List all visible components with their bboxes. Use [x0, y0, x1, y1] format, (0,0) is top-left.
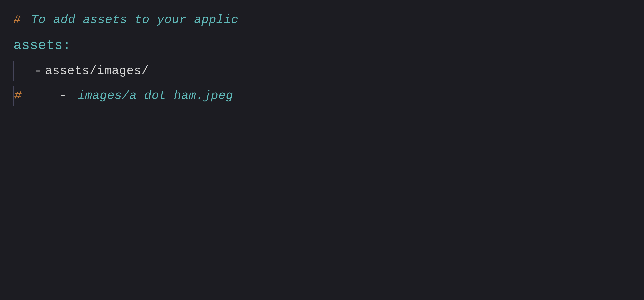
assets-key-line: assets: [14, 35, 644, 56]
assets-images-wrapper: - assets/images/ [14, 61, 644, 81]
comment-line: # To add assets to your applic [14, 10, 644, 30]
commented-dash: - [59, 89, 67, 103]
list-dash-1: - [34, 64, 42, 78]
spacer-2 [14, 56, 644, 61]
commented-value: images/a_dot_ham.jpeg [78, 89, 233, 103]
spacer-1 [14, 30, 644, 35]
assets-images-line: - assets/images/ [14, 61, 149, 81]
assets-keyword: assets: [14, 38, 71, 53]
code-content: # To add assets to your applic assets: -… [14, 10, 644, 106]
comment-hash-2: # [14, 89, 22, 103]
assets-images-value: assets/images/ [45, 64, 149, 78]
commented-images-text: # - images/a_dot_ham.jpeg [14, 89, 233, 103]
commented-images-line: # - images/a_dot_ham.jpeg [14, 86, 233, 106]
code-editor: # To add assets to your applic assets: -… [0, 0, 644, 300]
comment-hash: # [14, 13, 21, 27]
comment-text: # To add assets to your applic [14, 13, 238, 27]
spacer-3 [14, 81, 644, 86]
commented-images-wrapper: # - images/a_dot_ham.jpeg [14, 86, 644, 106]
